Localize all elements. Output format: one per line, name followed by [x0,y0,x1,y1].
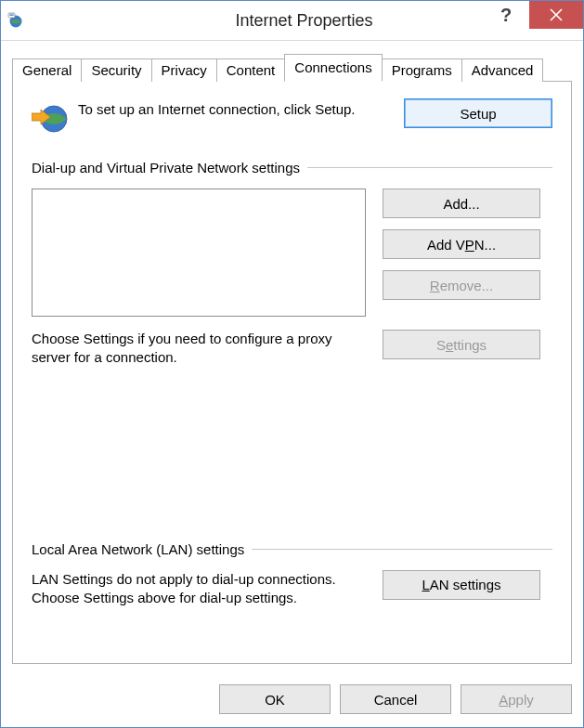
connections-panel: To set up an Internet connection, click … [12,81,572,664]
proxy-description: Choose Settings if you need to configure… [32,330,366,368]
tab-content[interactable]: Content [216,58,286,82]
tabstrip: General Security Privacy Content Connect… [12,54,572,81]
cancel-button[interactable]: Cancel [340,684,451,714]
help-button[interactable]: ? [483,1,529,29]
lan-group: Local Area Network (LAN) settings LAN Se… [32,541,552,608]
divider [252,549,552,550]
remove-button: Remove... [383,270,540,300]
dialog-body: General Security Privacy Content Connect… [1,41,583,675]
connection-wizard-icon [32,98,69,136]
lan-group-label: Local Area Network (LAN) settings [32,541,244,557]
close-button[interactable] [529,1,583,29]
internet-options-icon [6,11,25,30]
tab-privacy[interactable]: Privacy [151,58,217,82]
add-button[interactable]: Add... [383,188,540,218]
setup-description: To set up an Internet connection, click … [78,98,395,119]
titlebar-buttons: ? [483,1,583,40]
tab-general[interactable]: General [12,58,82,82]
ok-button[interactable]: OK [219,684,331,714]
setup-row: To set up an Internet connection, click … [32,98,552,136]
tab-programs[interactable]: Programs [382,58,462,82]
internet-properties-window: Internet Properties ? General Security P… [0,0,584,728]
lan-description: LAN Settings do not apply to dial-up con… [32,570,366,608]
tab-connections[interactable]: Connections [284,54,382,82]
dialog-footer: OK Cancel Apply [1,675,583,727]
connection-settings-button: Settings [383,330,540,359]
dialup-group: Dial-up and Virtual Private Network sett… [32,160,552,368]
apply-button: Apply [461,684,572,714]
tab-security[interactable]: Security [81,58,151,82]
divider [307,167,552,168]
add-vpn-button[interactable]: Add VPN... [383,229,540,259]
dialup-group-label: Dial-up and Virtual Private Network sett… [32,160,300,176]
connections-listbox[interactable] [32,188,366,317]
titlebar: Internet Properties ? [1,1,583,41]
tab-advanced[interactable]: Advanced [461,58,544,82]
setup-button[interactable]: Setup [404,98,552,128]
lan-settings-button[interactable]: LAN settings [383,570,540,600]
